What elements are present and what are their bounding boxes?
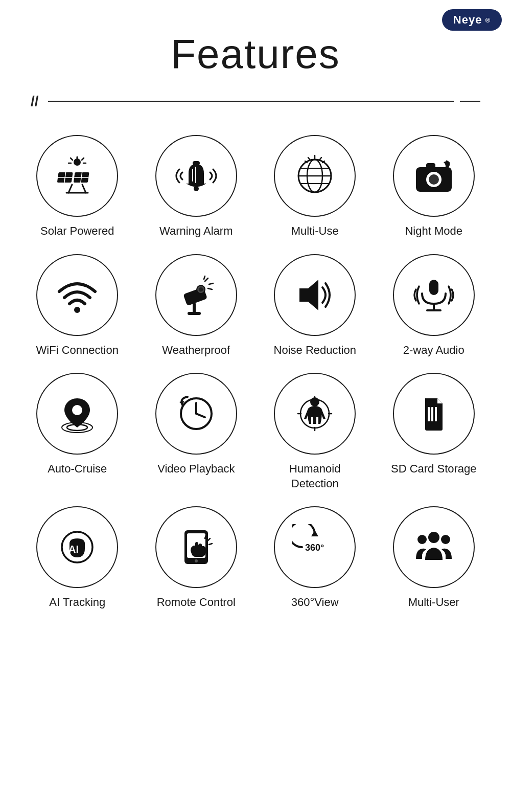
feature-circle-ai-tracking: AI [36, 506, 118, 588]
svg-text:AI: AI [68, 544, 79, 555]
feature-video-playback: Video Playback [140, 373, 253, 491]
feature-sd-card-storage: SD Card Storage [377, 373, 491, 491]
svg-line-36 [208, 288, 212, 289]
svg-line-26 [319, 157, 321, 160]
feature-label-noise-reduction: Noise Reduction [274, 343, 356, 358]
svg-line-11 [71, 158, 73, 160]
feature-circle-wifi [36, 254, 118, 336]
360-view-icon: 360° [292, 524, 338, 570]
svg-point-72 [417, 535, 427, 544]
feature-circle-360-view: 360° [274, 506, 356, 588]
svg-rect-15 [193, 161, 200, 165]
warning-alarm-icon [173, 153, 219, 199]
night-mode-icon [411, 153, 457, 199]
feature-label-auto-cruise: Auto-Cruise [48, 462, 107, 477]
feature-circle-weatherproof [155, 254, 237, 336]
svg-rect-60 [431, 407, 433, 421]
feature-label-warning-alarm: Warning Alarm [159, 224, 233, 239]
feature-solar-powered: Solar Powered [20, 135, 134, 239]
feature-humanoid-detection: HumanoidDetection [258, 373, 372, 491]
multi-user-icon [411, 524, 457, 570]
feature-label-multi-user: Multi-User [408, 595, 459, 610]
feature-circle-multi-use [274, 135, 356, 217]
feature-circle-video-playback [155, 373, 237, 455]
sd-card-storage-icon [411, 391, 457, 437]
svg-line-37 [204, 276, 205, 279]
svg-rect-59 [428, 407, 430, 421]
svg-line-12 [82, 158, 84, 160]
feature-circle-multi-user [393, 506, 475, 588]
noise-reduction-icon [292, 272, 338, 318]
svg-rect-32 [426, 163, 435, 168]
feature-circle-auto-cruise [36, 373, 118, 455]
feature-label-humanoid-detection: HumanoidDetection [289, 462, 340, 491]
svg-line-69 [209, 544, 212, 545]
feature-warning-alarm: Warning Alarm [140, 135, 253, 239]
svg-line-25 [308, 157, 310, 160]
feature-weatherproof: Weatherproof [140, 254, 253, 358]
svg-point-33 [74, 307, 80, 313]
feature-label-solar-powered: Solar Powered [40, 224, 114, 239]
brand-reg: ® [485, 16, 491, 24]
divider-row: // [31, 93, 480, 109]
feature-circle-solar-powered [36, 135, 118, 217]
divider-short [460, 101, 480, 102]
feature-multi-use: Multi-Use [258, 135, 372, 239]
svg-line-8 [82, 185, 86, 193]
feature-label-weatherproof: Weatherproof [162, 343, 230, 358]
svg-rect-42 [188, 312, 201, 315]
brand-badge: Neye® [442, 9, 502, 31]
feature-360-view: 360° 360°View [258, 506, 372, 610]
svg-line-51 [196, 414, 205, 417]
feature-label-sd-card: SD Card Storage [391, 462, 477, 477]
feature-auto-cruise: Auto-Cruise [20, 373, 134, 491]
svg-point-10 [74, 159, 81, 166]
svg-line-35 [209, 283, 213, 284]
feature-noise-reduction: Noise Reduction [258, 254, 372, 358]
divider-symbol: // [31, 93, 39, 109]
auto-cruise-icon [54, 391, 100, 437]
feature-circle-two-way-audio [393, 254, 475, 336]
svg-point-46 [72, 405, 82, 415]
humanoid-detection-icon [292, 391, 338, 437]
svg-point-73 [441, 535, 450, 544]
feature-circle-humanoid-detection [274, 373, 356, 455]
svg-point-16 [194, 186, 199, 191]
feature-multi-user: Multi-User [377, 506, 491, 610]
two-way-audio-icon [411, 272, 457, 318]
feature-wifi-connection: WiFi Connection [20, 254, 134, 358]
feature-night-mode: Night Mode [377, 135, 491, 239]
feature-label-ai-tracking: AI Tracking [49, 595, 105, 610]
feature-label-night-mode: Night Mode [405, 224, 462, 239]
feature-label-two-way-audio: 2-way Audio [403, 343, 464, 358]
weatherproof-icon [173, 272, 219, 318]
feature-circle-night-mode [393, 135, 475, 217]
remote-control-icon [173, 524, 219, 570]
feature-label-wifi: WiFi Connection [36, 343, 119, 358]
feature-circle-sd-card [393, 373, 475, 455]
features-grid: Solar Powered [0, 120, 511, 641]
feature-circle-warning-alarm [155, 135, 237, 217]
feature-circle-remote-control [155, 506, 237, 588]
svg-text:360°: 360° [305, 543, 324, 553]
video-playback-icon [173, 391, 219, 437]
svg-marker-70 [311, 530, 318, 536]
svg-point-74 [428, 532, 439, 543]
multi-use-icon [292, 153, 338, 199]
svg-line-7 [68, 185, 72, 193]
feature-remote-control: Romote Control [140, 506, 253, 610]
svg-point-66 [195, 559, 198, 562]
page-title: Features [0, 31, 511, 78]
feature-two-way-audio: 2-way Audio [377, 254, 491, 358]
svg-rect-61 [435, 407, 437, 421]
wifi-connection-icon [54, 272, 100, 318]
divider-line [48, 101, 454, 102]
svg-line-34 [205, 278, 208, 281]
feature-label-360-view: 360°View [291, 595, 339, 610]
feature-label-remote-control: Romote Control [157, 595, 236, 610]
feature-label-video-playback: Video Playback [157, 462, 235, 477]
svg-point-31 [429, 174, 439, 185]
solar-powered-icon [54, 153, 100, 199]
feature-ai-tracking: AI AI Tracking [20, 506, 134, 610]
feature-circle-noise-reduction [274, 254, 356, 336]
